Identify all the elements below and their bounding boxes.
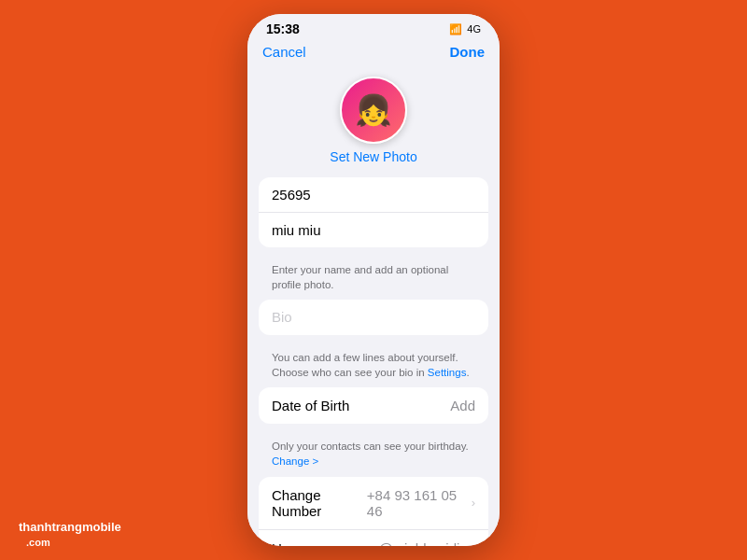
username-row — [259, 177, 488, 213]
name-hint: Enter your name and add an optional prof… — [259, 257, 488, 292]
done-button[interactable]: Done — [449, 44, 485, 60]
username-label: Username — [272, 540, 336, 546]
nav-bar: Cancel Done — [247, 40, 500, 67]
display-name-row — [259, 213, 488, 247]
change-number-label: Change Number — [272, 487, 367, 519]
username-row-list[interactable]: Username @minhlamidiu › — [259, 530, 488, 546]
chevron-icon: › — [472, 496, 475, 510]
dob-hint: Only your contacts can see your birthday… — [259, 433, 488, 469]
watermark: thanhtrangmobile .com — [19, 520, 121, 549]
bio-card — [259, 300, 488, 335]
status-icons: 📶 4G — [449, 23, 481, 35]
settings-link[interactable]: Settings — [428, 367, 467, 378]
signal-text: 4G — [467, 23, 481, 35]
status-time: 15:38 — [266, 21, 300, 36]
bio-input[interactable] — [272, 309, 475, 325]
dob-change-link[interactable]: Change > — [272, 455, 318, 467]
wifi-icon: 📶 — [449, 23, 462, 35]
list-card: Change Number +84 93 161 05 46 › Usernam… — [259, 477, 488, 546]
username-input[interactable] — [272, 187, 475, 203]
dob-label: Date of Birth — [272, 398, 349, 413]
dob-row[interactable]: Date of Birth Add — [259, 387, 488, 424]
display-name-input[interactable] — [272, 222, 475, 238]
dob-add[interactable]: Add — [450, 398, 475, 413]
chevron-icon-2: › — [472, 541, 475, 546]
change-number-row[interactable]: Change Number +84 93 161 05 46 › — [259, 477, 488, 530]
status-bar: 15:38 📶 4G — [247, 14, 500, 40]
cancel-button[interactable]: Cancel — [262, 44, 306, 60]
name-card — [259, 177, 488, 247]
avatar[interactable]: 👧 — [340, 77, 407, 144]
bio-row — [259, 300, 488, 335]
scroll-content: 👧 Set New Photo Enter your name and add … — [247, 67, 500, 546]
phone-frame: 15:38 📶 4G Cancel Done 👧 Set New Photo — [247, 14, 500, 546]
dob-card: Date of Birth Add — [259, 387, 488, 424]
username-value: @minhlamidiu › — [378, 540, 475, 546]
bio-hint: You can add a few lines about yourself. … — [259, 344, 488, 380]
change-number-value: +84 93 161 05 46 › — [367, 487, 475, 519]
avatar-section: 👧 Set New Photo — [247, 67, 500, 177]
avatar-image: 👧 — [342, 78, 405, 142]
set-photo-label[interactable]: Set New Photo — [330, 149, 416, 164]
